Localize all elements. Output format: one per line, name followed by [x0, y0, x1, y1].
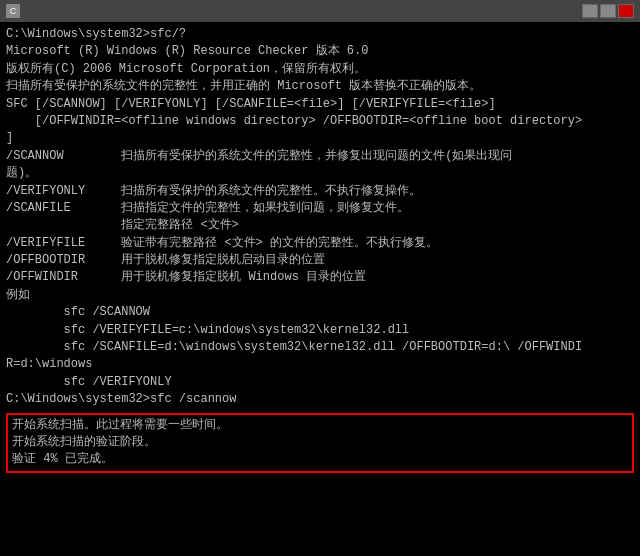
window-controls	[582, 4, 634, 18]
console-line: 版权所有(C) 2006 Microsoft Corporation，保留所有权…	[6, 61, 634, 78]
console-line: sfc /SCANNOW	[6, 304, 634, 321]
console-line: sfc /VERIFYONLY	[6, 374, 634, 391]
console-area: C:\Windows\system32>sfc/?Microsoft (R) W…	[0, 22, 640, 556]
highlighted-line: 验证 4% 已完成。	[12, 451, 628, 468]
console-line: C:\Windows\system32>sfc/?	[6, 26, 634, 43]
console-line: 例如	[6, 287, 634, 304]
console-line: [/OFFWINDIR=<offline windows directory> …	[6, 113, 634, 130]
console-line: 扫描所有受保护的系统文件的完整性，并用正确的 Microsoft 版本替换不正确…	[6, 78, 634, 95]
console-line: sfc /SCANFILE=d:\windows\system32\kernel…	[6, 339, 634, 356]
console-line: 题)。	[6, 165, 634, 182]
console-line: /SCANFILE 扫描指定文件的完整性，如果找到问题，则修复文件。	[6, 200, 634, 217]
console-line: R=d:\windows	[6, 356, 634, 373]
highlighted-line: 开始系统扫描。此过程将需要一些时间。	[12, 417, 628, 434]
cmd-icon: C	[6, 4, 20, 18]
console-line: sfc /VERIFYFILE=c:\windows\system32\kern…	[6, 322, 634, 339]
minimize-button[interactable]	[582, 4, 598, 18]
highlighted-line: 开始系统扫描的验证阶段。	[12, 434, 628, 451]
console-line: /VERIFYONLY 扫描所有受保护的系统文件的完整性。不执行修复操作。	[6, 183, 634, 200]
console-line: /SCANNOW 扫描所有受保护的系统文件的完整性，并修复出现问题的文件(如果出…	[6, 148, 634, 165]
console-line: ]	[6, 130, 634, 147]
close-button[interactable]	[618, 4, 634, 18]
highlighted-output: 开始系统扫描。此过程将需要一些时间。开始系统扫描的验证阶段。验证 4% 已完成。	[6, 413, 634, 473]
console-line: SFC [/SCANNOW] [/VERIFYONLY] [/SCANFILE=…	[6, 96, 634, 113]
console-line: Microsoft (R) Windows (R) Resource Check…	[6, 43, 634, 60]
window: C C:\Windows\system32>sfc/?Microsoft (R)…	[0, 0, 640, 556]
maximize-button[interactable]	[600, 4, 616, 18]
console-line: 指定完整路径 <文件>	[6, 217, 634, 234]
console-line: /VERIFYFILE 验证带有完整路径 <文件> 的文件的完整性。不执行修复。	[6, 235, 634, 252]
console-line: /OFFWINDIR 用于脱机修复指定脱机 Windows 目录的位置	[6, 269, 634, 286]
console-line: /OFFBOOTDIR 用于脱机修复指定脱机启动目录的位置	[6, 252, 634, 269]
console-output: C:\Windows\system32>sfc/?Microsoft (R) W…	[6, 26, 634, 409]
title-bar: C	[0, 0, 640, 22]
title-bar-left: C	[6, 4, 26, 18]
console-line: C:\Windows\system32>sfc /scannow	[6, 391, 634, 408]
